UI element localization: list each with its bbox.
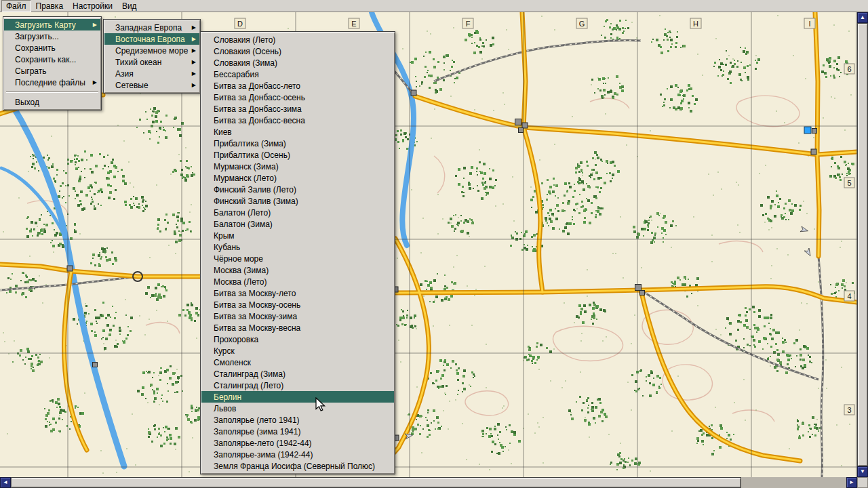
vertical-scroll-thumb[interactable] [857, 23, 868, 466]
scenario-menu-item-3[interactable]: Бессарабия [201, 68, 394, 80]
region-menu-item-2[interactable]: Средиземное море▶ [104, 45, 199, 56]
scenario-menu-item-4[interactable]: Битва за Донбасс-лето [201, 80, 394, 92]
vertical-scrollbar[interactable]: ▲ ▼ [857, 12, 868, 477]
svg-text:F: F [466, 20, 471, 28]
menu-item-label: Заполярье-зима (1942-44) [214, 450, 313, 460]
scenario-menu-item-14[interactable]: Финский Залив (Зима) [201, 195, 394, 207]
menu-item-label: Москва (Лето) [214, 277, 267, 287]
scenario-menu-item-17[interactable]: Крым [201, 230, 394, 241]
submenu-arrow-icon: ▶ [192, 36, 196, 42]
file-menu-separator [6, 92, 98, 93]
menu-item-label: Курск [214, 346, 235, 356]
menu-item-label: Чёрное море [214, 254, 263, 264]
scroll-right-button[interactable]: ► [846, 477, 857, 488]
menu-item-label: Тихий океан [115, 58, 161, 67]
menu-item-label: Словакия (Зима) [214, 58, 277, 68]
scroll-down-button[interactable]: ▼ [857, 466, 868, 477]
file-menu-item-2[interactable]: Сохранить [4, 42, 100, 54]
menu-item-label: Сетевые [115, 81, 149, 90]
map-row-label: 4 [844, 291, 854, 301]
submenu-arrow-icon: ▶ [93, 22, 97, 28]
map-column-label: F [462, 18, 473, 28]
scenario-menu-item-7[interactable]: Битва за Донбасс-весна [201, 115, 394, 126]
scenario-menu-item-25[interactable]: Битва за Москву-весна [201, 322, 394, 333]
horizontal-scroll-thumb[interactable] [11, 477, 741, 488]
menu-item-label: Заполярье-лето (1942-44) [214, 439, 312, 448]
scenario-menu-item-26[interactable]: Прохоровка [201, 333, 394, 345]
menu-item-label: Словакия (Осень) [214, 47, 281, 56]
scenario-menu-item-13[interactable]: Финский Залив (Лето) [201, 184, 394, 195]
scenario-menu-item-32[interactable]: Львов [201, 403, 394, 414]
file-menu-item-0[interactable]: Загрузить Карту▶ [4, 19, 100, 30]
scenario-menu-item-30[interactable]: Сталинград (Лето) [201, 380, 394, 391]
scenario-menu-item-20[interactable]: Москва (Зима) [201, 264, 394, 276]
horizontal-scrollbar[interactable]: ◄ ► [0, 477, 857, 488]
scenario-menu-item-8[interactable]: Киев [201, 126, 394, 138]
menubar-item-2[interactable]: Настройки [68, 0, 117, 12]
file-menu: Загрузить Карту▶Загрузить...СохранитьСох… [3, 16, 102, 110]
region-menu-item-3[interactable]: Тихий океан▶ [104, 56, 199, 68]
menu-item-label: Заполярье (зима 1941) [214, 427, 300, 436]
scenario-menu-item-34[interactable]: Заполярье (зима 1941) [201, 426, 394, 437]
scenario-menu-item-27[interactable]: Курск [201, 345, 394, 357]
scenario-menu-item-28[interactable]: Смоленск [201, 357, 394, 368]
scenario-menu-item-15[interactable]: Балатон (Лето) [201, 207, 394, 218]
scenario-menu-item-35[interactable]: Заполярье-лето (1942-44) [201, 437, 394, 449]
menu-item-label: Битва за Москву-осень [214, 300, 300, 310]
region-menu-item-0[interactable]: Западная Европа▶ [104, 22, 199, 33]
scenario-menu-item-22[interactable]: Битва за Москву-лето [201, 287, 394, 299]
scroll-up-button[interactable]: ▲ [857, 12, 868, 23]
menu-item-label: Словакия (Лето) [214, 35, 275, 45]
scenario-menu-item-10[interactable]: Прибалтика (Осень) [201, 149, 394, 161]
menubar-item-0[interactable]: Файл [1, 0, 31, 12]
scenario-menu-item-31[interactable]: Берлин [201, 391, 394, 403]
menu-item-label: Заполярье (лето 1941) [214, 415, 300, 425]
region-menu-item-5[interactable]: Сетевые▶ [104, 79, 199, 91]
menu-item-label: Львов [214, 404, 236, 413]
scenario-menu-item-19[interactable]: Чёрное море [201, 253, 394, 264]
file-menu-item-4[interactable]: Сыграть [4, 65, 100, 77]
menu-item-label: Загрузить Карту [15, 20, 76, 30]
scenario-menu-item-5[interactable]: Битва за Донбасс-осень [201, 92, 394, 103]
scenario-menu-item-24[interactable]: Битва за Москву-зима [201, 310, 394, 322]
menu-item-label: Мурманск (Лето) [214, 174, 277, 183]
scenario-menu-item-2[interactable]: Словакия (Зима) [201, 57, 394, 68]
svg-text:4: 4 [847, 292, 851, 300]
svg-text:E: E [351, 20, 356, 28]
menu-item-label: Берлин [214, 392, 241, 402]
scenario-menu-item-29[interactable]: Сталинград (Зима) [201, 368, 394, 380]
menu-item-label: Земля Франца Иосифа (Северный Полюс) [214, 462, 375, 471]
menubar: ФайлПравкаНастройкиВид [0, 0, 868, 12]
scenario-menu-item-9[interactable]: Прибалтика (Зима) [201, 138, 394, 149]
region-menu-item-4[interactable]: Азия▶ [104, 68, 199, 79]
region-menu-item-1[interactable]: Восточная Европа▶ [104, 33, 199, 45]
region-submenu: Западная Европа▶Восточная Европа▶Средизе… [103, 19, 201, 94]
scenario-menu-item-37[interactable]: Земля Франца Иосифа (Северный Полюс) [201, 460, 394, 472]
scenario-menu-item-36[interactable]: Заполярье-зима (1942-44) [201, 449, 394, 460]
menubar-item-3[interactable]: Вид [117, 0, 142, 12]
scenario-menu-item-11[interactable]: Мурманск (Зима) [201, 161, 394, 172]
scenario-menu-item-0[interactable]: Словакия (Лето) [201, 34, 394, 45]
menu-item-label: Прибалтика (Осень) [214, 150, 290, 160]
scenario-menu-item-23[interactable]: Битва за Москву-осень [201, 299, 394, 310]
scenario-menu-item-1[interactable]: Словакия (Осень) [201, 45, 394, 57]
scenario-menu-item-16[interactable]: Балатон (Зима) [201, 218, 394, 230]
file-menu-item-5[interactable]: Последние файлы▶ [4, 77, 100, 88]
menu-item-label: Восточная Европа [115, 35, 185, 44]
map-column-label: G [576, 18, 587, 28]
file-menu-item-3[interactable]: Сохранить как... [4, 54, 100, 65]
scenario-menu-item-21[interactable]: Москва (Лето) [201, 276, 394, 287]
menubar-item-1[interactable]: Правка [31, 0, 68, 12]
menu-item-label: Сталинград (Зима) [214, 369, 285, 379]
menu-item-label: Битва за Москву-весна [214, 323, 300, 333]
map-row-label: 3 [844, 405, 854, 415]
scenario-menu-item-18[interactable]: Кубань [201, 241, 394, 253]
scroll-left-button[interactable]: ◄ [0, 477, 11, 488]
scenario-menu-item-33[interactable]: Заполярье (лето 1941) [201, 414, 394, 426]
menu-item-label: Балатон (Зима) [214, 220, 273, 229]
file-menu-item-1[interactable]: Загрузить... [4, 30, 100, 42]
file-menu-item-7[interactable]: Выход [4, 96, 100, 108]
menu-item-label: Средиземное море [115, 46, 188, 56]
scenario-menu-item-12[interactable]: Мурманск (Лето) [201, 172, 394, 184]
scenario-menu-item-6[interactable]: Битва за Донбасс-зима [201, 103, 394, 115]
